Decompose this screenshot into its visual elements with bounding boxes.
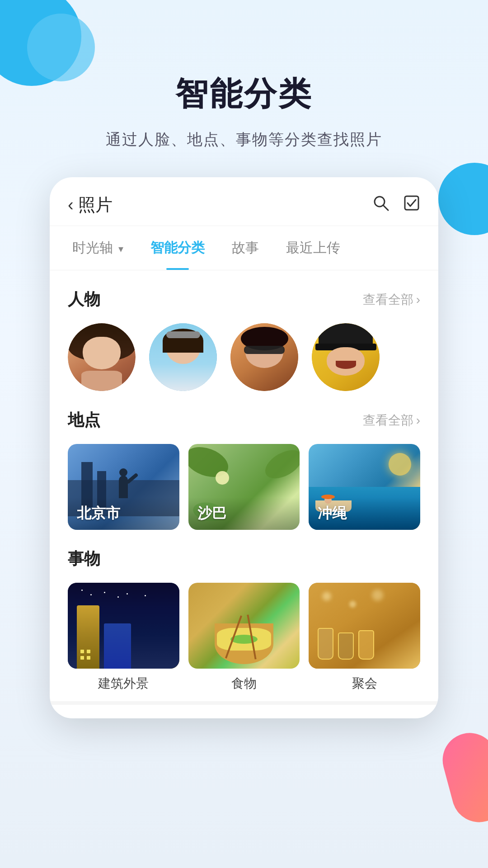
tab-stories[interactable]: 故事 [218,226,272,270]
main-title: 智能分类 [0,72,488,116]
place-card-saba[interactable]: 沙巴 [188,444,300,530]
places-view-all-arrow: › [416,413,420,428]
things-row: 建筑外景 [68,583,420,692]
tab-recent-upload[interactable]: 最近上传 [272,226,354,270]
thing-food-label: 食物 [231,675,257,692]
place-card-okinawa[interactable]: 冲绳 [309,444,420,530]
people-row [68,323,420,391]
places-row: 北京市 沙巴 [68,444,420,530]
tab-timeline-arrow: ▾ [118,243,123,255]
thing-card-architecture[interactable] [68,583,179,669]
places-section-header: 地点 查看全部 › [68,409,420,431]
person-avatar-3[interactable] [230,323,298,391]
tab-timeline-label: 时光轴 [72,240,113,255]
people-section: 人物 查看全部 › [68,288,420,391]
thing-party-bg [309,583,420,669]
people-view-all-arrow: › [416,292,420,307]
nav-back[interactable]: ‹ 照片 [68,193,113,217]
thing-card-wrapper-party: 聚会 [309,583,420,692]
back-arrow-icon[interactable]: ‹ [68,195,74,215]
tab-smart-classify[interactable]: 智能分类 [137,226,218,270]
things-section: 事物 [68,548,420,692]
places-section-title: 地点 [68,409,100,431]
people-section-title: 人物 [68,288,100,311]
things-section-header: 事物 [68,548,420,570]
thing-food-bg [188,583,300,669]
places-view-all[interactable]: 查看全部 › [363,412,420,429]
place-saba-label: 沙巴 [188,497,300,530]
search-icon[interactable] [372,194,389,216]
blob-bottom-right [436,727,488,828]
tab-timeline[interactable]: 时光轴 ▾ [59,226,137,270]
tab-bar: 时光轴 ▾ 智能分类 故事 最近上传 [50,226,438,270]
select-icon[interactable] [403,194,420,216]
header-section: 智能分类 通过人脸、地点、事物等分类查找照片 [0,0,488,177]
thing-architecture-bg [68,583,179,669]
things-section-title: 事物 [68,548,100,570]
place-card-beijing[interactable]: 北京市 [68,444,179,530]
phone-mockup: ‹ 照片 时光轴 ▾ 智能分类 [50,177,438,718]
thing-card-party[interactable] [309,583,420,669]
thing-card-food[interactable] [188,583,300,669]
bottom-tab-hint [50,701,438,705]
people-section-header: 人物 查看全部 › [68,288,420,311]
svg-line-1 [383,205,388,210]
people-view-all-label: 查看全部 [363,291,413,308]
tab-stories-label: 故事 [232,240,259,255]
thing-card-wrapper-food: 食物 [188,583,300,692]
nav-bar: ‹ 照片 [50,177,438,226]
sub-title: 通过人脸、地点、事物等分类查找照片 [0,129,488,150]
tab-recent-upload-label: 最近上传 [286,240,340,255]
place-okinawa-label: 冲绳 [309,497,420,530]
nav-title: 照片 [78,193,113,217]
thing-party-label: 聚会 [352,675,377,692]
nav-icons [372,194,420,216]
thing-architecture-label: 建筑外景 [98,675,149,692]
places-view-all-label: 查看全部 [363,412,413,429]
place-beijing-label: 北京市 [68,497,179,530]
person-avatar-1[interactable] [68,323,136,391]
places-section: 地点 查看全部 › [68,409,420,530]
tab-smart-classify-label: 智能分类 [150,240,205,255]
thing-card-wrapper-architecture: 建筑外景 [68,583,179,692]
people-view-all[interactable]: 查看全部 › [363,291,420,308]
person-avatar-4[interactable] [312,323,380,391]
person-avatar-2[interactable] [149,323,217,391]
content-area: 人物 查看全部 › [50,288,438,692]
